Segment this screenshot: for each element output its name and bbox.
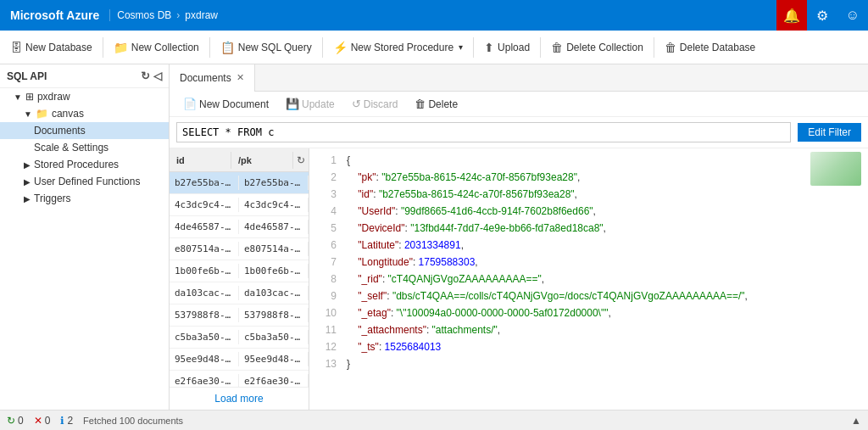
- delete-doc-icon: 🗑: [415, 98, 426, 110]
- json-panel: 1 { 2 "pk": "b27e55ba-8615-424c-a70f-856…: [309, 148, 868, 410]
- brand-text: Microsoft Azure: [10, 8, 99, 22]
- canvas-label: canvas: [52, 108, 162, 120]
- top-bar: Microsoft Azure Cosmos DB › pxdraw 🔔 ⚙ ☺: [0, 0, 868, 31]
- toolbar-sep-5: [540, 37, 541, 58]
- sidebar-item-canvas[interactable]: ▼ 📁 canvas: [0, 105, 169, 122]
- delete-collection-icon: 🗑: [551, 41, 563, 54]
- table-header: id /pk ↻: [170, 148, 309, 172]
- toolbar-sep-3: [322, 37, 323, 58]
- new-database-button[interactable]: 🗄 New Database: [3, 37, 99, 58]
- col-id: id: [170, 152, 231, 169]
- delete-database-button[interactable]: 🗑 Delete Database: [658, 37, 762, 58]
- triggers-label: Triggers: [34, 193, 162, 204]
- tab-close-icon[interactable]: ✕: [236, 72, 244, 83]
- row-pk: e807514a-...: [239, 242, 309, 256]
- query-input[interactable]: [176, 122, 791, 142]
- table-row[interactable]: e807514a-... e807514a-...: [170, 238, 309, 260]
- json-line-7: 7 "Longtitude": 1759588303,: [309, 254, 868, 271]
- sidebar-item-scale-settings[interactable]: Scale & Settings: [0, 139, 169, 156]
- new-sql-label: New SQL Query: [238, 42, 312, 53]
- table-refresh-icon[interactable]: ↻: [293, 151, 309, 170]
- json-line-3: 3 "id": "b27e55ba-8615-424c-a70f-8567bf9…: [309, 186, 868, 203]
- breadcrumb-cosmos: Cosmos DB: [117, 9, 171, 21]
- filter-label: Edit Filter: [808, 126, 851, 138]
- sidebar-collapse-icon[interactable]: ◁: [153, 70, 162, 82]
- delete-label: Delete: [428, 98, 458, 110]
- breadcrumb-pxdraw: pxdraw: [185, 9, 218, 21]
- row-id: 4de46587-...: [170, 220, 239, 234]
- table-rows: b27e55ba-... b27e55ba-... 4c3dc9c4-d... …: [170, 172, 309, 387]
- toolbar-sep-4: [473, 37, 474, 58]
- row-id: c5ba3a50-...: [170, 330, 239, 344]
- sidebar: SQL API ↻ ◁ ▼ ⊞ pxdraw ▼ 📁 canvas Docume…: [0, 64, 170, 410]
- tab-bar: Documents ✕: [170, 64, 868, 92]
- sidebar-header-icons: ↻ ◁: [141, 70, 162, 82]
- discard-label: Discard: [364, 98, 398, 110]
- row-pk: e2f6ae30-1...: [239, 374, 309, 387]
- col-pk: /pk: [231, 152, 293, 169]
- status-expand-icon[interactable]: ▲: [851, 415, 861, 427]
- json-line-1: 1 {: [309, 152, 868, 169]
- sidebar-item-user-defined-functions[interactable]: ▶ User Defined Functions: [0, 173, 169, 190]
- table-row[interactable]: e2f6ae30-1... e2f6ae30-1...: [170, 371, 309, 387]
- sidebar-item-documents[interactable]: Documents: [0, 122, 169, 139]
- sidebar-item-stored-procedures[interactable]: ▶ Stored Procedures: [0, 156, 169, 173]
- data-area: id /pk ↻ b27e55ba-... b27e55ba-... 4c3dc…: [170, 148, 868, 410]
- top-bar-icons: 🔔 ⚙ ☺: [776, 0, 868, 31]
- table-row[interactable]: 1b00fe6b-... 1b00fe6b-b...: [170, 260, 309, 282]
- json-line-12: 12 "_ts": 1525684013: [309, 338, 868, 355]
- upload-label: Upload: [498, 42, 530, 53]
- sidebar-item-pxdraw[interactable]: ▼ ⊞ pxdraw: [0, 88, 169, 105]
- row-id: e2f6ae30-1...: [170, 374, 239, 387]
- json-line-4: 4 "UserId": "99df8665-41d6-4ccb-914f-760…: [309, 203, 868, 220]
- documents-tab[interactable]: Documents ✕: [170, 64, 255, 92]
- smiley-icon[interactable]: ☺: [837, 0, 868, 31]
- discard-icon: ↺: [352, 98, 361, 110]
- json-line-6: 6 "Latitute": 2031334891,: [309, 237, 868, 254]
- stored-proc-icon: ⚡: [333, 41, 348, 54]
- toolbar-sep-1: [103, 37, 103, 58]
- row-pk: b27e55ba-...: [239, 176, 309, 190]
- documents-label: Documents: [34, 125, 162, 137]
- table-row[interactable]: da103cac-7... da103cac-7...: [170, 282, 309, 304]
- delete-document-button[interactable]: 🗑 Delete: [408, 95, 465, 113]
- table-row[interactable]: 4c3dc9c4-d... 4c3dc9c4-d...: [170, 194, 309, 216]
- scale-settings-label: Scale & Settings: [34, 142, 162, 154]
- pxdraw-arrow: ▼: [14, 92, 22, 102]
- main-layout: SQL API ↻ ◁ ▼ ⊞ pxdraw ▼ 📁 canvas Docume…: [0, 64, 868, 410]
- table-row[interactable]: b27e55ba-... b27e55ba-...: [170, 172, 309, 194]
- status-error: ✕ 0: [34, 415, 51, 427]
- edit-filter-button[interactable]: Edit Filter: [798, 123, 861, 142]
- delete-collection-button[interactable]: 🗑 Delete Collection: [544, 37, 650, 58]
- gear-icon[interactable]: ⚙: [807, 0, 837, 31]
- tab-documents-label: Documents: [180, 72, 231, 84]
- upload-button[interactable]: ⬆ Upload: [477, 37, 537, 58]
- update-icon: 💾: [286, 98, 299, 110]
- new-collection-button[interactable]: 📁 New Collection: [107, 37, 206, 58]
- new-sql-query-button[interactable]: 📋 New SQL Query: [214, 37, 319, 58]
- new-database-icon: 🗄: [10, 41, 22, 54]
- json-thumbnail: [810, 152, 861, 186]
- table-row[interactable]: 4de46587-... 4de46587-...: [170, 216, 309, 238]
- row-id: da103cac-7...: [170, 286, 239, 300]
- new-database-label: New Database: [25, 42, 92, 53]
- stored-procedures-label: Stored Procedures: [34, 159, 162, 170]
- discard-button[interactable]: ↺ Discard: [345, 95, 405, 113]
- table-row[interactable]: 95ee9d48-... 95ee9d48-...: [170, 349, 309, 371]
- update-button[interactable]: 💾 Update: [279, 95, 342, 113]
- table-row[interactable]: c5ba3a50-... c5ba3a50-4...: [170, 327, 309, 349]
- table-row[interactable]: 537988f8-c... 537988f8-c...: [170, 304, 309, 327]
- error-icon: ✕: [34, 415, 42, 427]
- toolbar-sep-2: [209, 37, 210, 58]
- new-stored-procedure-button[interactable]: ⚡ New Stored Procedure ▾: [326, 37, 470, 58]
- json-line-11: 11 "_attachments": "attachments/",: [309, 321, 868, 338]
- row-id: 4c3dc9c4-d...: [170, 198, 239, 212]
- bell-icon[interactable]: 🔔: [776, 0, 807, 31]
- load-more-link[interactable]: Load more: [170, 387, 309, 410]
- sidebar-item-triggers[interactable]: ▶ Triggers: [0, 190, 169, 207]
- info-count: 2: [67, 415, 73, 427]
- sidebar-refresh-icon[interactable]: ↻: [141, 70, 150, 82]
- row-id: 95ee9d48-...: [170, 352, 239, 366]
- breadcrumb: Cosmos DB › pxdraw: [109, 9, 225, 21]
- new-document-button[interactable]: 📄 New Document: [176, 95, 275, 113]
